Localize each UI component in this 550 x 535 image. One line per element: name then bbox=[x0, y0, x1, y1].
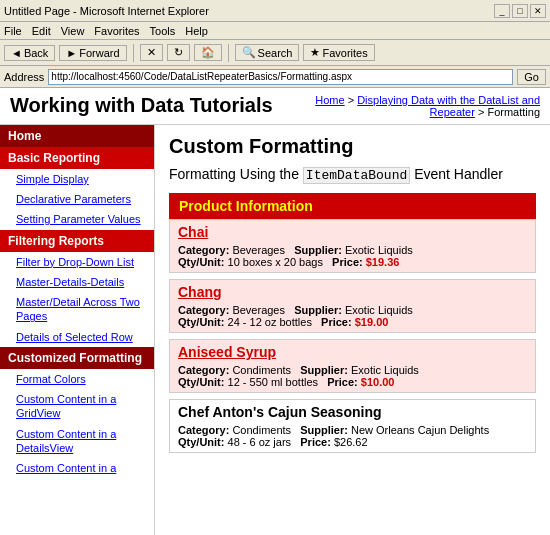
product-details-2: Category: Condiments Supplier: Exotic Li… bbox=[170, 362, 535, 392]
toolbar-separator bbox=[133, 44, 134, 62]
price-value-1: $19.00 bbox=[355, 316, 389, 328]
browser-controls: _ □ ✕ bbox=[494, 4, 546, 18]
address-label: Address bbox=[4, 71, 44, 83]
supplier-label: Supplier: bbox=[300, 364, 348, 376]
menu-view[interactable]: View bbox=[61, 25, 85, 37]
back-button[interactable]: ◄ Back bbox=[4, 45, 55, 61]
sidebar-home-header[interactable]: Home bbox=[0, 125, 154, 147]
product-name-1: Chang bbox=[170, 280, 535, 302]
favorites-button[interactable]: ★ Favorites bbox=[303, 44, 374, 61]
minimize-button[interactable]: _ bbox=[494, 4, 510, 18]
page-header: Working with Data Tutorials Home > Displ… bbox=[0, 88, 550, 125]
breadcrumb-current: Formatting bbox=[487, 106, 540, 118]
price-label: Price: bbox=[300, 436, 331, 448]
sidebar: Home Basic Reporting Simple Display Decl… bbox=[0, 125, 155, 535]
browser-titlebar: Untitled Page - Microsoft Internet Explo… bbox=[0, 0, 550, 22]
price-value-0: $19.36 bbox=[366, 256, 400, 268]
menu-edit[interactable]: Edit bbox=[32, 25, 51, 37]
price-value-3: $26.62 bbox=[334, 436, 368, 448]
site-title: Working with Data Tutorials bbox=[10, 94, 273, 117]
category-label: Category: bbox=[178, 244, 229, 256]
product-item-1: ChangCategory: Beverages Supplier: Exoti… bbox=[169, 279, 536, 333]
product-info-header: Product Information bbox=[169, 193, 536, 219]
forward-button[interactable]: ► Forward bbox=[59, 45, 126, 61]
qty-label: Qty/Unit: bbox=[178, 256, 224, 268]
sidebar-section-filtering: Filtering Reports bbox=[0, 230, 154, 252]
qty-label: Qty/Unit: bbox=[178, 376, 224, 388]
sidebar-item-format-colors[interactable]: Format Colors bbox=[0, 369, 154, 389]
price-value-2: $10.00 bbox=[361, 376, 395, 388]
product-item-2: Aniseed SyrupCategory: Condiments Suppli… bbox=[169, 339, 536, 393]
breadcrumb: Home > Displaying Data with the DataList… bbox=[300, 94, 540, 118]
category-label: Category: bbox=[178, 364, 229, 376]
maximize-button[interactable]: □ bbox=[512, 4, 528, 18]
menu-help[interactable]: Help bbox=[185, 25, 208, 37]
sidebar-section-customized: Customized Formatting bbox=[0, 347, 154, 369]
supplier-label: Supplier: bbox=[300, 424, 348, 436]
close-button[interactable]: ✕ bbox=[530, 4, 546, 18]
breadcrumb-home[interactable]: Home bbox=[315, 94, 344, 106]
price-label: Price: bbox=[321, 316, 352, 328]
event-code: ItemDataBound bbox=[303, 167, 410, 184]
supplier-label: Supplier: bbox=[294, 304, 342, 316]
home-button[interactable]: 🏠 bbox=[194, 44, 222, 61]
toolbar-separator2 bbox=[228, 44, 229, 62]
page-title: Custom Formatting bbox=[169, 135, 536, 158]
price-label: Price: bbox=[327, 376, 358, 388]
product-name-0: Chai bbox=[170, 220, 535, 242]
menu-file[interactable]: File bbox=[4, 25, 22, 37]
sidebar-item-master-detail-pages[interactable]: Master/Detail Across Two Pages bbox=[0, 292, 154, 327]
sidebar-item-master-details[interactable]: Master-Details-Details bbox=[0, 272, 154, 292]
product-details-1: Category: Beverages Supplier: Exotic Liq… bbox=[170, 302, 535, 332]
sidebar-item-details-selected[interactable]: Details of Selected Row bbox=[0, 327, 154, 347]
search-button[interactable]: 🔍 Search bbox=[235, 44, 300, 61]
sidebar-item-simple-display[interactable]: Simple Display bbox=[0, 169, 154, 189]
address-input[interactable] bbox=[48, 69, 513, 85]
main-content: Custom Formatting Formatting Using the I… bbox=[155, 125, 550, 535]
price-label: Price: bbox=[332, 256, 363, 268]
content-area: Home Basic Reporting Simple Display Decl… bbox=[0, 125, 550, 535]
address-bar: Address Go bbox=[0, 66, 550, 88]
product-item-3: Chef Anton's Cajun SeasoningCategory: Co… bbox=[169, 399, 536, 453]
qty-label: Qty/Unit: bbox=[178, 316, 224, 328]
product-item-0: ChaiCategory: Beverages Supplier: Exotic… bbox=[169, 219, 536, 273]
sidebar-item-filter-dropdown[interactable]: Filter by Drop-Down List bbox=[0, 252, 154, 272]
browser-title: Untitled Page - Microsoft Internet Explo… bbox=[4, 5, 209, 17]
toolbar: ◄ Back ► Forward ✕ ↻ 🏠 🔍 Search ★ Favori… bbox=[0, 40, 550, 66]
products-container: ChaiCategory: Beverages Supplier: Exotic… bbox=[169, 219, 536, 453]
category-label: Category: bbox=[178, 304, 229, 316]
refresh-button[interactable]: ↻ bbox=[167, 44, 190, 61]
stop-button[interactable]: ✕ bbox=[140, 44, 163, 61]
sidebar-item-custom3[interactable]: Custom Content in a bbox=[0, 458, 154, 478]
product-name-3: Chef Anton's Cajun Seasoning bbox=[170, 400, 535, 422]
page-wrapper: Working with Data Tutorials Home > Displ… bbox=[0, 88, 550, 535]
menubar: File Edit View Favorites Tools Help bbox=[0, 22, 550, 40]
category-label: Category: bbox=[178, 424, 229, 436]
go-button[interactable]: Go bbox=[517, 69, 546, 85]
qty-label: Qty/Unit: bbox=[178, 436, 224, 448]
product-details-3: Category: Condiments Supplier: New Orlea… bbox=[170, 422, 535, 452]
section-subtitle: Formatting Using the ItemDataBound Event… bbox=[169, 166, 536, 183]
sidebar-item-detailsview[interactable]: Custom Content in a DetailsView bbox=[0, 424, 154, 459]
menu-tools[interactable]: Tools bbox=[150, 25, 176, 37]
menu-favorites[interactable]: Favorites bbox=[94, 25, 139, 37]
product-name-2: Aniseed Syrup bbox=[170, 340, 535, 362]
supplier-label: Supplier: bbox=[294, 244, 342, 256]
product-details-0: Category: Beverages Supplier: Exotic Liq… bbox=[170, 242, 535, 272]
sidebar-item-declarative-params[interactable]: Declarative Parameters bbox=[0, 189, 154, 209]
sidebar-section-basic-reporting: Basic Reporting bbox=[0, 147, 154, 169]
sidebar-item-gridview[interactable]: Custom Content in a GridView bbox=[0, 389, 154, 424]
sidebar-item-setting-params[interactable]: Setting Parameter Values bbox=[0, 209, 154, 229]
